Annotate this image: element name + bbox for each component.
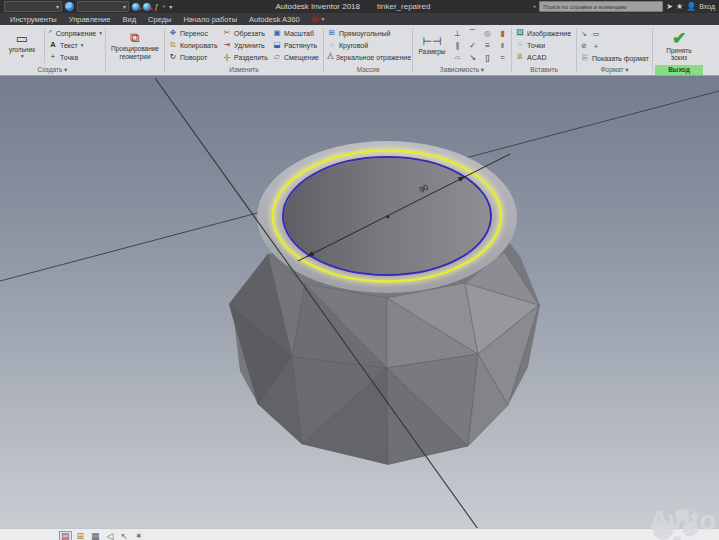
dimension-button[interactable]: ⊢⊣ Размеры: [414, 26, 450, 65]
dof-indicator-icon[interactable]: ▤: [60, 532, 71, 540]
constraint-vertical-icon[interactable]: []: [480, 51, 495, 63]
rectangular-pattern-icon: ⊞: [327, 29, 337, 37]
constraint-concentric-icon[interactable]: ◎: [480, 27, 495, 39]
appearance-combo[interactable]: ▾: [77, 1, 129, 12]
mirror-button[interactable]: ⧊Зеркальное отражение: [325, 51, 411, 63]
qat-caret-icon[interactable]: ▾: [169, 4, 172, 10]
grid-display-icon[interactable]: ▦: [90, 532, 101, 540]
tab-view[interactable]: Вид: [122, 15, 136, 24]
move-button[interactable]: ✥Перенос: [166, 27, 220, 39]
show-format-icon: ⎘: [580, 54, 590, 62]
format-driven-dim-icon[interactable]: ▭: [590, 28, 602, 40]
show-format-button[interactable]: ⎘Показать формат: [578, 52, 651, 64]
text-icon: A: [48, 41, 58, 49]
insert-acad-button[interactable]: 🗎ACAD: [513, 51, 575, 63]
add-qat-icon[interactable]: +: [161, 3, 166, 11]
fillet-button[interactable]: ◜Сопряжение▾: [46, 27, 104, 39]
ribbon-tab-row: Инструменты Управление Вид Среды Начало …: [0, 13, 719, 25]
move-icon: ✥: [168, 29, 178, 37]
tab-a360[interactable]: Autodesk A360: [249, 15, 299, 24]
send-feedback-icon[interactable]: ➤: [666, 3, 673, 11]
copy-icon: ⧉: [168, 41, 178, 49]
insert-image-button[interactable]: 🖼Изображение: [513, 27, 575, 39]
finish-sketch-button[interactable]: ✔ Принять эскиз: [654, 26, 704, 65]
screencast-camera-icon[interactable]: ▾: [312, 16, 325, 22]
point-button[interactable]: +Точка: [46, 51, 104, 63]
ribbon-group-create: ▭ угольник ▾ ◜Сопряжение▾ AТекст▾ +Точка…: [1, 26, 104, 75]
split-icon: -|-: [222, 53, 232, 61]
constraint-coincident-icon[interactable]: ✓: [465, 39, 480, 51]
constraint-fix-icon[interactable]: ↘: [465, 51, 480, 63]
adjust-appearance-icon[interactable]: [132, 3, 140, 11]
tab-get-started[interactable]: Начало работы: [183, 15, 237, 24]
constraint-equal-icon[interactable]: =: [495, 51, 510, 63]
rectangular-pattern-button[interactable]: ⊞Прямоугольный: [325, 27, 411, 39]
rectangle-tool-button[interactable]: ▭ угольник ▾: [1, 26, 43, 65]
ribbon-group-insert: 🖼Изображение ⁘Точки 🗎ACAD Вставить: [513, 26, 575, 75]
dimension-icon: ⊢⊣: [422, 36, 441, 47]
text-button[interactable]: AТекст▾: [46, 39, 104, 51]
status-bar: ▤ ⊞ ▦ ◁ ↖ ✶: [0, 528, 719, 540]
user-icon[interactable]: 👤: [686, 3, 696, 11]
constraint-display-icon[interactable]: ✶: [134, 532, 144, 540]
points-icon: ⁘: [515, 41, 525, 49]
select-cursor-icon[interactable]: ↖: [120, 532, 130, 540]
ribbon-group-project: ⧉ Проецирование геометрии: [107, 26, 163, 75]
constraint-grid: ⊥ ⌒ ◎ ▮ ∥ ✓ ≡ ‖ ⌓ ↘ [] =: [450, 26, 510, 65]
group-label-format[interactable]: Формат ▾: [578, 65, 651, 75]
snap-settings-icon[interactable]: ⊞: [76, 532, 86, 540]
constraint-parallel-icon[interactable]: ∥: [450, 39, 465, 51]
model-viewport[interactable]: 90 Avito: [0, 76, 719, 528]
green-check-icon: ✔: [672, 30, 686, 47]
tab-tools[interactable]: Инструменты: [10, 15, 57, 24]
trim-button[interactable]: ✂Обрезать: [220, 27, 270, 39]
group-label-modify[interactable]: Изменить: [166, 65, 322, 75]
format-construction-icon[interactable]: ⊘: [578, 40, 590, 52]
scale-icon: ▣: [272, 29, 282, 37]
format-centerline-icon[interactable]: +: [590, 40, 602, 52]
extend-icon: ⇥: [222, 41, 232, 49]
scale-button[interactable]: ▣Масштаб: [270, 27, 322, 39]
circular-pattern-button[interactable]: ◌Круговой: [325, 39, 411, 51]
constraint-symmetric-icon[interactable]: ‖: [495, 39, 510, 51]
constraint-tangent-icon[interactable]: ⌒: [465, 27, 480, 39]
help-search-input[interactable]: [539, 1, 663, 12]
announce-icon[interactable]: ◁: [106, 532, 115, 540]
copy-button[interactable]: ⧉Копировать: [166, 39, 220, 51]
ribbon: ▭ угольник ▾ ◜Сопряжение▾ AТекст▾ +Точка…: [0, 25, 719, 76]
fillet-icon: ◜: [48, 29, 54, 37]
rotate-button[interactable]: ↻Поворот: [166, 51, 220, 63]
search-expand-icon[interactable]: ▸: [534, 4, 537, 9]
trim-icon: ✂: [222, 29, 232, 37]
constraint-smooth-icon[interactable]: ⌓: [450, 51, 465, 63]
group-label-pattern[interactable]: Массив: [325, 65, 411, 75]
split-button[interactable]: -|-Разделить: [220, 51, 270, 63]
group-label-constrain[interactable]: Зависимость ▾: [414, 65, 510, 75]
group-label-create[interactable]: Создать ▾: [1, 65, 104, 75]
constraint-collinear-icon[interactable]: ≡: [480, 39, 495, 51]
material-combo[interactable]: ▾: [4, 1, 62, 12]
offset-button[interactable]: ▱Смещение: [270, 51, 322, 63]
inventor-window: ▾ ▾ ƒ + ▾ Autodesk Inventor 2018 tinker_…: [0, 0, 719, 540]
format-sketch-only-icon[interactable]: ↘: [578, 28, 590, 40]
tab-manage[interactable]: Управление: [69, 15, 111, 24]
group-label-insert[interactable]: Вставить: [513, 65, 575, 75]
sign-in-label[interactable]: Вход: [699, 3, 715, 10]
project-geometry-button[interactable]: ⧉ Проецирование геометрии: [107, 26, 163, 65]
clear-appearance-icon[interactable]: [143, 3, 151, 11]
favorites-star-icon[interactable]: ★: [676, 3, 683, 11]
insert-points-button[interactable]: ⁘Точки: [513, 39, 575, 51]
extend-button[interactable]: ⇥Удлинить: [220, 39, 270, 51]
constraint-perpendicular-icon[interactable]: ⊥: [450, 27, 465, 39]
title-bar: ▾ ▾ ƒ + ▾ Autodesk Inventor 2018 tinker_…: [0, 0, 719, 13]
ribbon-group-pattern: ⊞Прямоугольный ◌Круговой ⧊Зеркальное отр…: [325, 26, 411, 75]
stretch-button[interactable]: ⬓Растянуть: [270, 39, 322, 51]
parameters-fx-icon[interactable]: ƒ: [154, 3, 158, 11]
chevron-down-icon: ▾: [123, 3, 126, 10]
tab-environments[interactable]: Среды: [148, 15, 171, 24]
mirror-icon: ⧊: [327, 53, 334, 61]
constraint-lock-icon[interactable]: ▮: [495, 27, 510, 39]
group-label-exit[interactable]: Выход: [655, 65, 703, 75]
acad-file-icon: 🗎: [515, 53, 525, 61]
chevron-down-icon: ▾: [56, 3, 59, 10]
